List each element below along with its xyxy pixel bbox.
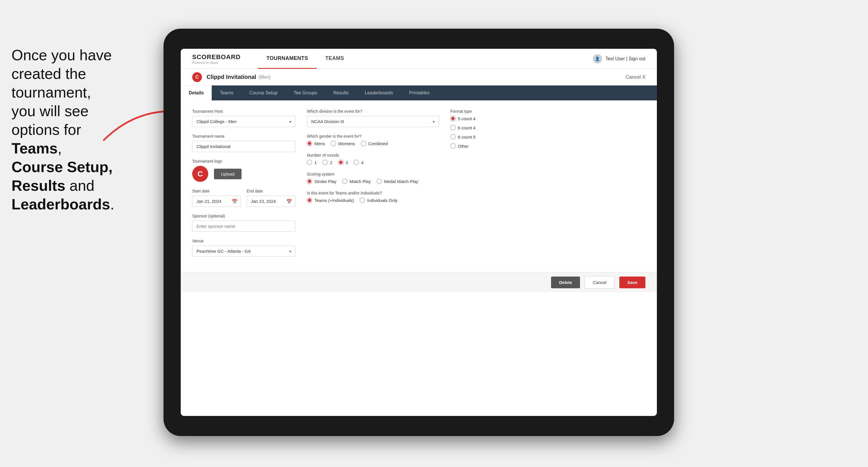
gender-combined-label: Combined xyxy=(368,141,388,146)
tab-results[interactable]: Results xyxy=(325,86,356,100)
logo-title: SCOREBOARD xyxy=(192,53,241,61)
sponsor-input[interactable] xyxy=(192,221,296,232)
gender-womens-option[interactable]: Womens xyxy=(331,141,355,146)
tournament-name-group: Tournament name xyxy=(192,134,296,152)
scoring-match-option[interactable]: Match Play xyxy=(342,179,371,184)
venue-label: Venue xyxy=(192,239,296,243)
tournament-logo-group: Tournament logo C Upload xyxy=(192,159,296,182)
rounds-label: Number of rounds xyxy=(307,153,439,157)
tablet-screen: SCOREBOARD Powered by clippd TOURNAMENTS… xyxy=(181,49,657,416)
scoring-match-radio[interactable] xyxy=(342,179,347,184)
format-radio-group: 5 count 4 6 count 4 6 count 5 xyxy=(451,116,531,149)
scoring-medal-radio[interactable] xyxy=(377,179,382,184)
nav-tabs-header: TOURNAMENTS TEAMS xyxy=(258,49,593,69)
format-5count4-radio[interactable] xyxy=(451,116,456,121)
rounds-3-radio[interactable] xyxy=(338,160,343,165)
user-area: 👤 Test User | Sign out xyxy=(593,54,645,63)
format-group: Format type 5 count 4 6 count 4 xyxy=(451,109,531,149)
format-6count4-option[interactable]: 6 count 4 xyxy=(451,125,531,130)
cancel-button[interactable]: Cancel xyxy=(585,276,615,288)
format-6count5-radio[interactable] xyxy=(451,134,456,139)
rounds-2-radio[interactable] xyxy=(322,160,328,165)
tournament-host-group: Tournament Host Clippd College - Men xyxy=(192,109,296,127)
scoring-medal-option[interactable]: Medal Match Play xyxy=(377,179,418,184)
sponsor-label: Sponsor (optional) xyxy=(192,214,296,218)
user-text[interactable]: Test User | Sign out xyxy=(606,56,645,61)
tournament-host-select[interactable]: Clippd College - Men xyxy=(192,116,296,127)
save-button[interactable]: Save xyxy=(619,277,645,288)
teams-plus-option[interactable]: Teams (+Individuals) xyxy=(307,198,354,203)
scoring-group: Scoring system Stroke Play Match Play xyxy=(307,172,439,184)
tournament-name-input[interactable] xyxy=(192,141,296,152)
rounds-radio-group: 1 2 3 4 xyxy=(307,160,439,165)
tournament-host-select-wrapper: Clippd College - Men xyxy=(192,116,296,127)
tab-teams[interactable]: Teams xyxy=(212,86,241,100)
nav-tab-teams[interactable]: TEAMS xyxy=(317,49,353,69)
user-avatar: 👤 xyxy=(593,54,602,63)
rounds-2-option[interactable]: 2 xyxy=(322,160,332,165)
nav-tab-tournaments[interactable]: TOURNAMENTS xyxy=(258,49,317,69)
tab-course-setup[interactable]: Course Setup xyxy=(242,86,286,100)
teams-plus-radio[interactable] xyxy=(307,198,312,203)
end-date-group: End date xyxy=(247,189,296,207)
cancel-button-x[interactable]: Cancel X xyxy=(626,74,645,80)
scroll-area: Tournament Host Clippd College - Men Tou… xyxy=(181,100,657,272)
gender-mens-radio[interactable] xyxy=(307,141,312,146)
rounds-4-radio[interactable] xyxy=(354,160,359,165)
rounds-group: Number of rounds 1 2 xyxy=(307,153,439,165)
teams-individuals-option[interactable]: Individuals Only xyxy=(360,198,398,203)
tablet-frame: SCOREBOARD Powered by clippd TOURNAMENTS… xyxy=(163,29,674,436)
tournament-title: Clippd Invitational xyxy=(207,74,256,80)
rounds-4-label: 4 xyxy=(361,160,364,165)
format-6count5-option[interactable]: 6 count 5 xyxy=(451,134,531,139)
logo-upload-area: C Upload xyxy=(192,166,296,182)
end-date-input[interactable] xyxy=(247,196,296,207)
venue-select[interactable]: Peachtree GC - Atlanta - GA xyxy=(192,246,296,257)
tab-details[interactable]: Details xyxy=(181,86,212,100)
scoring-label: Scoring system xyxy=(307,172,439,177)
format-5count4-option[interactable]: 5 count 4 xyxy=(451,116,531,121)
delete-button[interactable]: Delete xyxy=(551,277,580,288)
gender-combined-option[interactable]: Combined xyxy=(361,141,388,146)
upload-button[interactable]: Upload xyxy=(214,169,242,179)
rounds-2-label: 2 xyxy=(330,160,332,165)
format-other-radio[interactable] xyxy=(451,144,456,149)
scoring-stroke-radio[interactable] xyxy=(307,179,312,184)
scoring-stroke-option[interactable]: Stroke Play xyxy=(307,179,337,184)
scoring-medal-label: Medal Match Play xyxy=(384,179,418,184)
middle-column: Which division is the event for? NCAA Di… xyxy=(307,109,439,263)
teams-radio-group: Teams (+Individuals) Individuals Only xyxy=(307,198,439,203)
division-select[interactable]: NCAA Division III xyxy=(307,116,439,127)
tab-printables[interactable]: Printables xyxy=(401,86,437,100)
rounds-1-option[interactable]: 1 xyxy=(307,160,317,165)
left-column: Tournament Host Clippd College - Men Tou… xyxy=(192,109,296,263)
end-date-wrapper xyxy=(247,196,296,207)
gender-womens-radio[interactable] xyxy=(331,141,336,146)
format-5count4-label: 5 count 4 xyxy=(458,116,475,121)
gender-combined-radio[interactable] xyxy=(361,141,366,146)
rounds-3-option[interactable]: 3 xyxy=(338,160,348,165)
format-other-option[interactable]: Other xyxy=(451,144,531,149)
teams-plus-label: Teams (+Individuals) xyxy=(314,198,354,203)
tab-leaderboards[interactable]: Leaderboards xyxy=(357,86,401,100)
tab-tee-groups[interactable]: Tee Groups xyxy=(285,86,325,100)
gender-radio-group: Mens Womens Combined xyxy=(307,141,439,146)
footer-bar: Delete Cancel Save xyxy=(181,272,657,292)
start-date-input[interactable] xyxy=(192,196,241,207)
venue-select-wrapper: Peachtree GC - Atlanta - GA xyxy=(192,246,296,257)
scoring-stroke-label: Stroke Play xyxy=(314,179,337,184)
gender-mens-option[interactable]: Mens xyxy=(307,141,325,146)
rounds-1-radio[interactable] xyxy=(307,160,312,165)
gender-group: Which gender is the event for? Mens Wome… xyxy=(307,134,439,146)
teams-group: Is this event for Teams and/or Individua… xyxy=(307,191,439,203)
venue-group: Venue Peachtree GC - Atlanta - GA xyxy=(192,239,296,257)
rounds-3-label: 3 xyxy=(346,160,348,165)
gender-womens-label: Womens xyxy=(338,141,355,146)
format-6count4-radio[interactable] xyxy=(451,125,456,130)
format-6count5-label: 6 count 5 xyxy=(458,134,475,139)
date-row: Start date End date xyxy=(192,189,296,207)
division-label: Which division is the event for? xyxy=(307,109,439,114)
rounds-4-option[interactable]: 4 xyxy=(354,160,364,165)
tournament-subtitle: (Men) xyxy=(258,74,271,80)
teams-individuals-radio[interactable] xyxy=(360,198,365,203)
